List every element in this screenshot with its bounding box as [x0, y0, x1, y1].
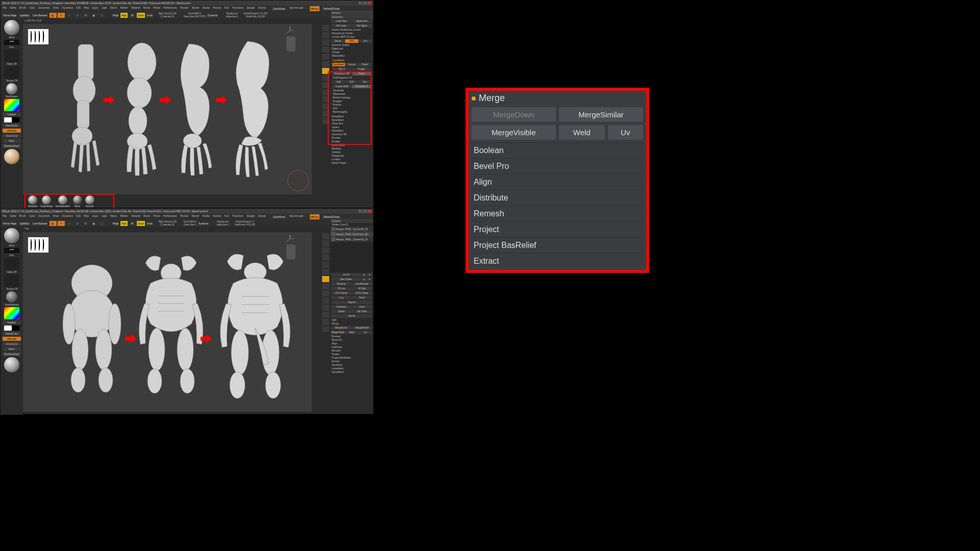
menu-preferences[interactable]: Preferences	[163, 6, 177, 11]
dellower-button[interactable]: Del Lower	[331, 24, 352, 28]
groups-button[interactable]: Groups	[346, 63, 358, 66]
m-button[interactable]: M	[129, 13, 136, 18]
menu-transform[interactable]: Transform	[232, 6, 244, 11]
texture-slot[interactable]	[4, 66, 19, 79]
mergevisible-button[interactable]: MergeVisible	[472, 125, 556, 140]
gradient-button[interactable]: Gradient	[3, 320, 21, 324]
menu-material[interactable]: Material	[131, 6, 140, 11]
morphtarget[interactable]: Morph Target	[330, 161, 373, 165]
gizmo-icon[interactable]: ◧	[50, 221, 57, 226]
snapshot-icon[interactable]	[322, 32, 329, 38]
material-ball[interactable]	[4, 357, 19, 372]
material-icon[interactable]	[6, 291, 17, 303]
smt-button[interactable]: Smt	[345, 39, 358, 43]
menu-texture[interactable]: Texture	[213, 6, 221, 11]
project-item[interactable]: Project	[473, 221, 642, 237]
menu-zplugin[interactable]: Zplugin	[247, 214, 255, 219]
alpha-slot[interactable]	[4, 49, 19, 62]
menu-texture[interactable]: Texture	[213, 214, 221, 219]
allhigh-button[interactable]: All High	[352, 287, 373, 290]
menu-dynamics[interactable]: Dynamics	[62, 6, 73, 11]
zremesher[interactable]: ZRemesher	[331, 92, 372, 96]
liveboolean-button[interactable]: Live Boolean	[32, 221, 48, 226]
persp-icon[interactable]	[322, 255, 329, 261]
rotate-icon[interactable]: ↻	[82, 13, 89, 18]
thickskin[interactable]: Thick Skin	[330, 122, 373, 126]
alltohome-button[interactable]: All To Home	[331, 291, 352, 295]
menu-layer[interactable]: Layer	[92, 214, 99, 219]
copy-button[interactable]: Copy	[331, 296, 352, 299]
focal-shift-label[interactable]: Focal Shift 0	[184, 220, 197, 223]
subtool-item-0[interactable]: Merged_PM3D_Cylinder3D_52	[330, 227, 373, 232]
surface[interactable]: Surface	[330, 140, 373, 143]
move-icon[interactable]: ↔	[66, 13, 73, 18]
preview[interactable]: Preview	[330, 136, 373, 140]
head-reference[interactable]	[286, 36, 296, 52]
menu-stencil[interactable]: Stencil	[191, 214, 199, 219]
insert-button[interactable]: Insert	[352, 305, 373, 309]
remesh[interactable]: Remesh	[330, 349, 373, 353]
menu-file[interactable]: File	[3, 6, 7, 11]
see-through-label[interactable]: See-through →	[289, 6, 307, 11]
head-reference[interactable]	[286, 244, 296, 260]
draw-size-label[interactable]: Draw Size 523.77072	[184, 15, 206, 18]
localsym-icon[interactable]	[322, 269, 329, 275]
extra-icon[interactable]: ◌	[99, 221, 106, 226]
menu-tool[interactable]: Tool	[224, 6, 229, 11]
transp-icon[interactable]	[322, 96, 329, 103]
resolution-slider[interactable]: Resolution 128	[332, 72, 352, 76]
alltotarget-button[interactable]: All To Target	[352, 291, 373, 295]
fibermesh[interactable]: FiberMesh	[330, 129, 373, 133]
sculptris-icon[interactable]: ◐	[90, 221, 97, 226]
move-icon[interactable]: ↔	[66, 221, 73, 226]
mergedown-button[interactable]: MergeDown	[472, 107, 556, 122]
listall-button[interactable]: List All	[331, 273, 361, 277]
divide-button[interactable]: Divide	[331, 39, 345, 43]
transp-icon[interactable]	[322, 305, 329, 311]
delete-button[interactable]: Delete	[331, 310, 352, 313]
arraymesh[interactable]: ArrayMesh	[330, 367, 373, 370]
snugger[interactable]: Snugger	[331, 99, 372, 103]
accucurve-button[interactable]: AccuCurve	[3, 134, 21, 138]
switchcolor-button[interactable]: SwitchColor	[3, 332, 21, 336]
backfacemask-button[interactable]: BackfaceMask	[3, 144, 21, 148]
scale-icon[interactable]: ⤢	[74, 221, 81, 226]
polygroups[interactable]: Polygroups	[330, 154, 373, 158]
draw-size-label[interactable]: Draw Size 1	[184, 223, 197, 226]
menu-movie[interactable]: Movie	[143, 6, 150, 11]
gradient-button[interactable]: Gradient	[3, 112, 21, 116]
polish-button[interactable]: Polish	[358, 63, 371, 66]
camera-icon[interactable]	[322, 39, 329, 45]
rgb-intensity-label[interactable]: Rgb Intensity 100	[159, 220, 177, 223]
polyframe-icon[interactable]	[322, 326, 329, 332]
menu-render[interactable]: Render	[180, 214, 188, 219]
weld-button[interactable]: Weld	[559, 125, 605, 140]
position[interactable]: Position	[331, 103, 372, 107]
z-intensity-label[interactable]: Z Intensity 51	[159, 223, 177, 226]
modify-topology[interactable]: Modify Topology	[331, 96, 372, 99]
menu-stroke[interactable]: Stroke	[202, 214, 209, 219]
viewport-top[interactable]	[23, 24, 312, 194]
switchcolor-button[interactable]: SwitchColor	[3, 123, 21, 128]
menu-alpha[interactable]: Alpha	[10, 6, 16, 11]
adjustlast-label[interactable]: AdjustLast 1	[226, 15, 238, 18]
duplicate-button[interactable]: Duplicate	[331, 305, 352, 309]
alllow-button[interactable]: All Low	[331, 287, 352, 290]
delhigher-button[interactable]: Del Higher	[352, 24, 373, 28]
merge-header[interactable]: Merge	[469, 91, 646, 106]
z-intensity-label[interactable]: Z Intensity 51	[159, 15, 177, 18]
rotate-icon[interactable]: ↻	[82, 221, 89, 226]
replaylast-label[interactable]: ReplayLast	[226, 12, 238, 15]
accucurve-button[interactable]: AccuCurve	[3, 342, 21, 346]
zadd-button[interactable]: Zadd	[137, 221, 144, 226]
mergevisible-button[interactable]: MergeVisible	[331, 331, 345, 334]
menus-toggle[interactable]: Menus	[310, 6, 320, 11]
meshintegrity[interactable]: MeshIntegrity	[331, 110, 372, 114]
menu-zscript[interactable]: Zscript	[258, 214, 266, 219]
color-picker[interactable]	[4, 99, 19, 111]
shadowbox[interactable]: ShadowBox	[330, 54, 373, 58]
menu-document[interactable]: Document	[38, 214, 50, 219]
adjustlast-label[interactable]: AdjustLast 1	[216, 223, 229, 226]
gizmo-icon[interactable]: ◧	[50, 13, 57, 18]
newfolder-button[interactable]: New Folder	[331, 278, 361, 281]
